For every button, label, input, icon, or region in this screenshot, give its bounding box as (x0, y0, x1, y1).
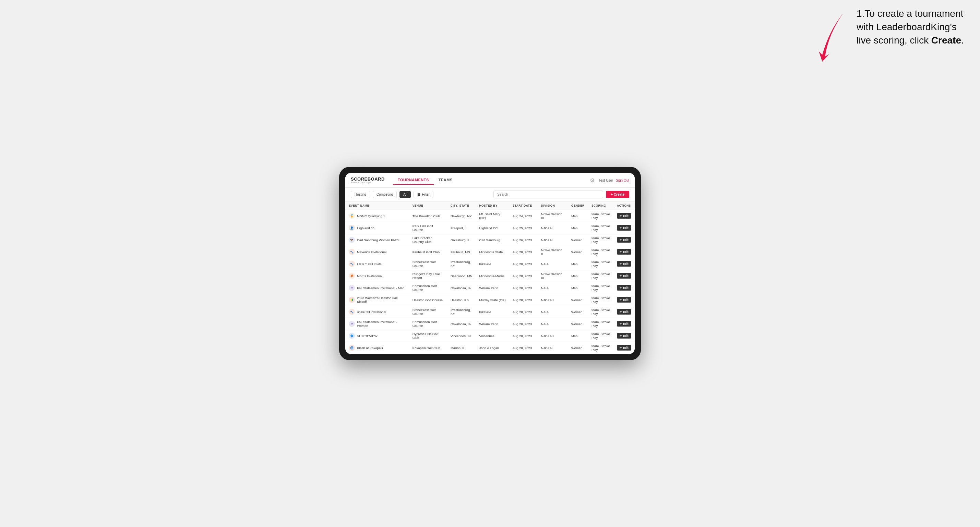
tab-teams[interactable]: TEAMS (434, 176, 457, 185)
edit-button[interactable]: ✏ Edit (617, 237, 631, 243)
team-icon: 🐾 (349, 249, 355, 255)
cell-venue: Park Hills Golf Course (409, 222, 447, 234)
logo-subtitle: Powered by Clippd (351, 181, 385, 184)
edit-icon: ✏ (620, 251, 622, 254)
edit-button[interactable]: ✏ Edit (617, 273, 631, 279)
col-header-event: EVENT NAME (345, 202, 409, 210)
table-row: 🌀 Klash at Kokopelli Kokopelli Golf Club… (345, 342, 635, 354)
cell-gender: Women (568, 306, 588, 318)
cell-hosted-by: William Penn (476, 282, 509, 294)
search-input[interactable] (493, 190, 603, 198)
table-row: 🔰 2023 Women's Hesston Fall Kickoff Hess… (345, 294, 635, 306)
edit-button[interactable]: ✏ Edit (617, 261, 631, 267)
cell-event-name: 🏅 MSMC Qualifying 1 (345, 210, 409, 222)
cell-scoring: team, Stroke Play (588, 246, 613, 258)
cell-city: Faribault, MN (447, 246, 476, 258)
cell-division: NJCAA II (538, 330, 568, 342)
cell-city: Galesburg, IL (447, 234, 476, 246)
table-header-row: EVENT NAME VENUE CITY, STATE HOSTED BY S… (345, 202, 635, 210)
team-icon: 🏅 (349, 213, 355, 219)
gear-icon[interactable]: ⚙ (590, 177, 596, 183)
cell-division: NAIA (538, 318, 568, 330)
team-icon: 🐾 (349, 261, 355, 267)
sign-out-link[interactable]: Sign Out (616, 179, 629, 182)
cell-scoring: team, Stroke Play (588, 342, 613, 354)
table-row: 🔷 VU PREVIEW Cypress Hills Golf Club Vin… (345, 330, 635, 342)
cell-venue: Kokopelli Golf Club (409, 342, 447, 354)
table-row: 🦅 Carl Sandburg Women FA23 Lake Bracken … (345, 234, 635, 246)
table-row: ⚜ Fall Statesmen Invitational - Men Edmu… (345, 282, 635, 294)
team-icon: 🔷 (349, 333, 355, 339)
tab-tournaments[interactable]: TOURNAMENTS (393, 176, 434, 185)
cell-hosted-by: Minnesota-Morris (476, 270, 509, 282)
cell-start-date: Aug 28, 2023 (509, 306, 538, 318)
team-icon: 🔰 (349, 297, 355, 303)
col-header-actions: ACTIONS (613, 202, 635, 210)
filter-all-button[interactable]: All (399, 191, 411, 198)
cell-actions: ✏ Edit (613, 294, 635, 306)
user-name: Test User (599, 179, 613, 182)
edit-button[interactable]: ✏ Edit (617, 249, 631, 255)
cell-gender: Men (568, 282, 588, 294)
event-name-text: Maverick Invitational (357, 250, 387, 254)
cell-start-date: Aug 28, 2023 (509, 318, 538, 330)
cell-event-name: 🦅 Carl Sandburg Women FA23 (345, 234, 409, 246)
table-row: 🐾 Maverick Invitational Faribault Golf C… (345, 246, 635, 258)
edit-button[interactable]: ✏ Edit (617, 213, 631, 219)
filter-competing-button[interactable]: Competing (373, 191, 397, 198)
cell-scoring: team, Stroke Play (588, 318, 613, 330)
event-name-text: upike fall invitational (357, 310, 386, 314)
cell-venue: Faribault Golf Club (409, 246, 447, 258)
table-row: 🏅 MSMC Qualifying 1 The Powelton Club Ne… (345, 210, 635, 222)
cell-venue: Cypress Hills Golf Club (409, 330, 447, 342)
edit-icon: ✏ (620, 346, 622, 349)
cell-division: NAIA (538, 306, 568, 318)
event-name-text: VU PREVIEW (357, 334, 377, 338)
team-icon: ⚜ (349, 321, 355, 327)
tablet-screen: SCOREBOARD Powered by Clippd TOURNAMENTS… (345, 173, 635, 354)
cell-venue: Hesston Golf Course (409, 294, 447, 306)
event-name-text: Morris Invitational (357, 274, 382, 278)
table-row: 👤 Highland 36 Park Hills Golf Course Fre… (345, 222, 635, 234)
annotation-period: . (961, 35, 964, 46)
col-header-city: CITY, STATE (447, 202, 476, 210)
edit-button[interactable]: ✏ Edit (617, 225, 631, 230)
cell-venue: Ruttger's Bay Lake Resort (409, 270, 447, 282)
cell-division: NJCAA I (538, 342, 568, 354)
edit-button[interactable]: ✏ Edit (617, 309, 631, 314)
cell-city: Freeport, IL (447, 222, 476, 234)
edit-button[interactable]: ✏ Edit (617, 345, 631, 351)
create-button[interactable]: + Create (606, 191, 629, 198)
edit-button[interactable]: ✏ Edit (617, 333, 631, 338)
cell-actions: ✏ Edit (613, 330, 635, 342)
edit-icon: ✏ (620, 238, 622, 241)
cell-actions: ✏ Edit (613, 222, 635, 234)
cell-start-date: Aug 28, 2023 (509, 330, 538, 342)
cell-city: Oskaloosa, IA (447, 318, 476, 330)
event-name-text: MSMC Qualifying 1 (357, 214, 385, 218)
cell-hosted-by: Highland CC (476, 222, 509, 234)
cell-actions: ✏ Edit (613, 234, 635, 246)
cell-actions: ✏ Edit (613, 306, 635, 318)
edit-button[interactable]: ✏ Edit (617, 321, 631, 327)
cell-start-date: Aug 28, 2023 (509, 294, 538, 306)
cell-division: NAIA (538, 282, 568, 294)
cell-actions: ✏ Edit (613, 246, 635, 258)
col-header-hosted: HOSTED BY (476, 202, 509, 210)
edit-icon: ✏ (620, 262, 622, 265)
cell-actions: ✏ Edit (613, 270, 635, 282)
edit-button[interactable]: ✏ Edit (617, 297, 631, 303)
cell-hosted-by: Pikeville (476, 306, 509, 318)
tablet-device: SCOREBOARD Powered by Clippd TOURNAMENTS… (339, 167, 641, 360)
cell-hosted-by: Carl Sandburg (476, 234, 509, 246)
filter-options-button[interactable]: ☰ Filter (414, 191, 433, 198)
table-row: ⚜ Fall Statesmen Invitational - Women Ed… (345, 318, 635, 330)
event-name-text: 2023 Women's Hesston Fall Kickoff (357, 296, 406, 303)
edit-icon: ✏ (620, 335, 622, 338)
table-row: 🐾 UPIKE Fall Invite StoneCrest Golf Cour… (345, 258, 635, 270)
cell-division: NAIA (538, 258, 568, 270)
filter-hosting-button[interactable]: Hosting (351, 191, 370, 198)
logo-title: SCOREBOARD (351, 177, 385, 181)
header-right: ⚙ Test User Sign Out (590, 177, 629, 183)
edit-button[interactable]: ✏ Edit (617, 285, 631, 290)
